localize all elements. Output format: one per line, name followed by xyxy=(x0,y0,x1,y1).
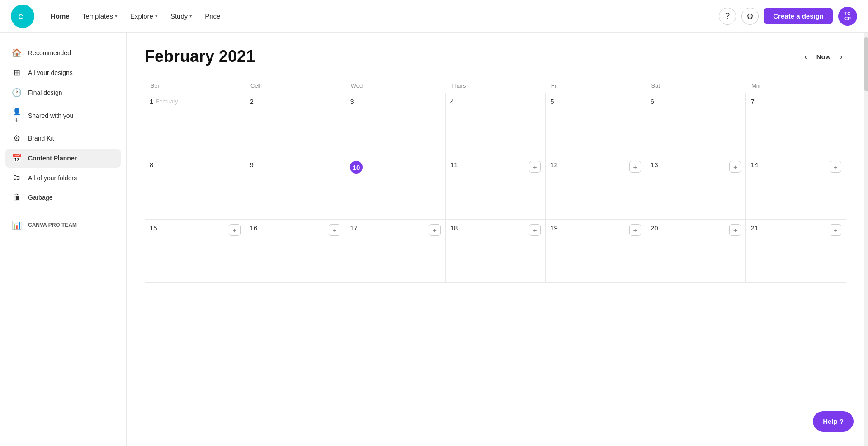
col-wed: Wed xyxy=(345,79,446,93)
calendar-icon: 📅 xyxy=(12,153,22,163)
calendar-day[interactable]: 10 xyxy=(345,156,446,220)
add-event-button[interactable]: + xyxy=(830,161,841,173)
calendar-day[interactable]: 16+ xyxy=(245,220,345,283)
sidebar-item-final-design[interactable]: 🕐 Final design xyxy=(5,83,121,102)
clock-icon: 🕐 xyxy=(12,88,22,98)
calendar-day[interactable]: 7 xyxy=(746,93,846,156)
day-number: 7 xyxy=(750,98,754,105)
nav-templates[interactable]: Templates ▾ xyxy=(77,9,123,23)
day-month-label: February xyxy=(156,99,178,105)
calendar-day[interactable]: 6 xyxy=(646,93,746,156)
calendar-prev-button[interactable]: ‹ xyxy=(801,50,811,64)
calendar-day[interactable]: 11+ xyxy=(445,156,546,220)
day-number: 11 xyxy=(450,161,458,169)
calendar-day[interactable]: 17+ xyxy=(345,220,446,283)
calendar-header-row: Sen Cell Wed Thurs Fri Sat Min xyxy=(145,79,846,93)
nav-study[interactable]: Study ▾ xyxy=(165,9,198,23)
calendar-day[interactable]: 13+ xyxy=(646,156,746,220)
help-button[interactable]: Help ? xyxy=(813,411,854,432)
calendar-day[interactable]: 21+ xyxy=(746,220,846,283)
scrollbar[interactable] xyxy=(864,33,868,446)
sidebar-label-canva-pro-team: CANVA PRO TEAM xyxy=(28,222,77,228)
sidebar-item-garbage[interactable]: 🗑 Garbage xyxy=(5,188,121,207)
col-sen: Sen xyxy=(145,79,245,93)
day-number: 9 xyxy=(250,161,254,169)
settings-icon-button[interactable]: ⚙ xyxy=(741,8,759,25)
day-number: 10 xyxy=(350,161,363,174)
col-thurs: Thurs xyxy=(445,79,546,93)
calendar-day[interactable]: 5 xyxy=(546,93,646,156)
add-event-button[interactable]: + xyxy=(729,161,741,173)
canva-logo[interactable]: C xyxy=(11,5,34,28)
calendar-now-button[interactable]: Now xyxy=(816,53,831,61)
day-number: 21 xyxy=(750,224,758,232)
calendar-next-button[interactable]: › xyxy=(836,50,846,64)
sidebar-item-all-folders[interactable]: 🗂 All of your folders xyxy=(5,169,121,187)
day-number: 8 xyxy=(150,161,153,169)
sidebar-item-canva-pro-team[interactable]: 📊 CANVA PRO TEAM xyxy=(5,216,121,235)
add-event-button[interactable]: + xyxy=(529,224,541,236)
col-cell: Cell xyxy=(245,79,345,93)
calendar-day[interactable]: 2 xyxy=(245,93,345,156)
calendar-grid: Sen Cell Wed Thurs Fri Sat Min 1February… xyxy=(145,79,846,283)
avatar[interactable]: TCCP xyxy=(838,7,857,26)
calendar-body: 1February234567891011+12+13+14+15+16+17+… xyxy=(145,93,846,283)
calendar-day[interactable]: 4 xyxy=(445,93,546,156)
calendar-day[interactable]: 3 xyxy=(345,93,446,156)
sidebar-item-all-designs[interactable]: ⊞ All your designs xyxy=(5,63,121,82)
calendar-day[interactable]: 19+ xyxy=(546,220,646,283)
col-fri: Fri xyxy=(546,79,646,93)
help-icon-button[interactable]: ? xyxy=(719,8,736,25)
sidebar-item-recommended[interactable]: 🏠 Recommended xyxy=(5,43,121,62)
nav-home[interactable]: Home xyxy=(45,9,75,23)
day-number: 4 xyxy=(450,98,454,105)
add-event-button[interactable]: + xyxy=(529,161,541,173)
sidebar-label-final-design: Final design xyxy=(28,89,62,96)
calendar-day[interactable]: 12+ xyxy=(546,156,646,220)
calendar-day[interactable]: 8 xyxy=(145,156,245,220)
grid-icon: ⊞ xyxy=(12,68,22,78)
avatar-text: TCCP xyxy=(844,11,851,21)
create-design-button[interactable]: Create a design xyxy=(764,8,833,24)
nav-templates-label: Templates xyxy=(82,12,113,20)
calendar-day[interactable]: 14+ xyxy=(746,156,846,220)
sidebar-label-shared: Shared with you xyxy=(28,112,73,119)
add-event-button[interactable]: + xyxy=(830,224,841,236)
nav-explore[interactable]: Explore ▾ xyxy=(125,9,163,23)
add-event-button[interactable]: + xyxy=(429,224,441,236)
main-nav: Home Templates ▾ Explore ▾ Study ▾ Price xyxy=(45,9,719,23)
add-event-button[interactable]: + xyxy=(629,224,641,236)
calendar-day[interactable]: 9 xyxy=(245,156,345,220)
day-number: 20 xyxy=(651,224,658,232)
scrollbar-thumb[interactable] xyxy=(864,37,868,91)
calendar-day[interactable]: 18+ xyxy=(445,220,546,283)
study-chevron-icon: ▾ xyxy=(189,13,192,19)
shared-icon: 👤+ xyxy=(12,108,22,123)
nav-price[interactable]: Price xyxy=(199,9,226,23)
day-number: 13 xyxy=(651,161,658,169)
day-number: 3 xyxy=(350,98,354,105)
calendar-day[interactable]: 15+ xyxy=(145,220,245,283)
day-number: 1 xyxy=(150,98,153,105)
calendar-day[interactable]: 20+ xyxy=(646,220,746,283)
sidebar-item-brand-kit[interactable]: ⚙ Brand Kit xyxy=(5,129,121,148)
col-sat: Sat xyxy=(646,79,746,93)
sidebar-item-shared[interactable]: 👤+ Shared with you xyxy=(5,103,121,128)
calendar-day[interactable]: 1February xyxy=(145,93,245,156)
calendar-thead: Sen Cell Wed Thurs Fri Sat Min xyxy=(145,79,846,93)
brand-kit-icon: ⚙ xyxy=(12,133,22,143)
sidebar-label-content-planner: Content Planner xyxy=(28,155,77,162)
add-event-button[interactable]: + xyxy=(629,161,641,173)
nav-study-label: Study xyxy=(170,12,188,20)
add-event-button[interactable]: + xyxy=(729,224,741,236)
svg-text:C: C xyxy=(18,13,23,20)
sidebar-item-content-planner[interactable]: 📅 Content Planner xyxy=(5,149,121,168)
add-event-button[interactable]: + xyxy=(229,224,241,236)
nav-home-label: Home xyxy=(51,12,70,20)
sidebar: 🏠 Recommended ⊞ All your designs 🕐 Final… xyxy=(0,33,127,446)
add-event-button[interactable]: + xyxy=(329,224,340,236)
home-icon: 🏠 xyxy=(12,48,22,58)
calendar-week-1: 891011+12+13+14+ xyxy=(145,156,846,220)
explore-chevron-icon: ▾ xyxy=(155,13,158,19)
sidebar-label-brand-kit: Brand Kit xyxy=(28,135,54,142)
